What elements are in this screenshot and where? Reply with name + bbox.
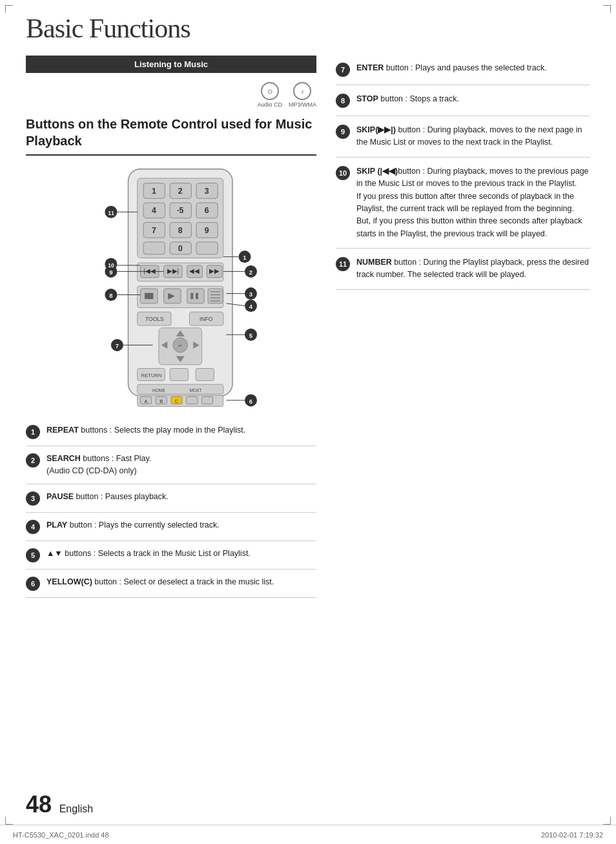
svg-text:4: 4 — [249, 303, 253, 310]
item-number: 9 — [336, 125, 350, 139]
item-text: REPEAT buttons : Selects the play mode i… — [46, 424, 316, 437]
svg-text:TOOLS: TOOLS — [145, 316, 164, 322]
page: Basic Functions Listening to Music ⊙ Aud… — [0, 0, 616, 844]
svg-text:▶▶: ▶▶ — [209, 267, 220, 274]
item-number: 11 — [336, 257, 350, 271]
svg-text:5: 5 — [249, 332, 253, 339]
main-content: Listening to Music ⊙ Audio CD ♪ MP3/WMA … — [26, 56, 590, 598]
item-number: 6 — [26, 577, 40, 591]
item-text: SKIP (|◀◀)button : During playback, move… — [356, 165, 590, 240]
svg-text:9: 9 — [205, 226, 209, 235]
svg-text:0: 0 — [178, 244, 183, 253]
svg-text:|◀◀: |◀◀ — [144, 267, 156, 274]
corner-mark-br — [603, 817, 611, 825]
item-number: 5 — [26, 548, 40, 562]
svg-text:HOME: HOME — [152, 388, 165, 393]
svg-rect-39 — [190, 293, 193, 300]
svg-text:2: 2 — [178, 187, 183, 196]
left-items-list: 1REPEAT buttons : Selects the play mode … — [26, 418, 316, 598]
svg-text:8: 8 — [109, 292, 112, 299]
corner-mark-tr — [603, 5, 611, 13]
item-text: YELLOW(C) button : Select or deselect a … — [46, 576, 316, 588]
svg-rect-40 — [196, 293, 198, 300]
remote-container: 1 2 3 4 ·5 6 — [26, 166, 316, 411]
svg-rect-23 — [196, 242, 218, 254]
item-text: STOP button : Stops a track. — [356, 93, 590, 105]
footer-right: 2010-02-01 7:19:32 — [541, 831, 603, 839]
svg-text:3: 3 — [249, 291, 252, 298]
section-header: Listening to Music — [26, 56, 316, 73]
svg-text:1: 1 — [243, 254, 247, 261]
item-text: PLAY button : Plays the currently select… — [46, 519, 316, 531]
list-item: 1REPEAT buttons : Selects the play mode … — [26, 418, 316, 446]
item-number: 7 — [336, 63, 350, 77]
item-text: NUMBER button : During the Playlist play… — [356, 256, 590, 282]
remote-svg: 1 2 3 4 ·5 6 — [68, 166, 274, 411]
list-item: 10SKIP (|◀◀)button : During playback, mo… — [336, 158, 590, 249]
right-column: 7ENTER button : Plays and pauses the sel… — [336, 56, 590, 598]
svg-rect-61 — [138, 384, 223, 394]
item-number: 1 — [26, 425, 40, 439]
list-item: 3PAUSE button : Pauses playback. — [26, 484, 316, 513]
footer: HT-C5530_XAC_0201.indd 48 2010-02-01 7:1… — [0, 825, 616, 844]
list-item: 2SEARCH buttons : Fast Play.(Audio CD (C… — [26, 446, 316, 484]
item-number: 2 — [26, 453, 40, 468]
item-number: 10 — [336, 166, 350, 180]
svg-text:11: 11 — [108, 210, 114, 216]
svg-text:C: C — [175, 398, 179, 404]
svg-rect-71 — [187, 396, 198, 404]
svg-text:10: 10 — [108, 262, 114, 269]
svg-rect-59 — [170, 369, 189, 381]
left-column: Listening to Music ⊙ Audio CD ♪ MP3/WMA … — [26, 56, 316, 598]
footer-left: HT-C5530_XAC_0201.indd 48 — [13, 831, 109, 839]
item-text: SEARCH buttons : Fast Play.(Audio CD (CD… — [46, 453, 316, 477]
svg-text:4: 4 — [152, 206, 156, 215]
icons-row: ⊙ Audio CD ♪ MP3/WMA — [26, 82, 316, 108]
svg-rect-20 — [143, 242, 165, 254]
svg-text:◀◀: ◀◀ — [189, 267, 200, 274]
svg-text:↵: ↵ — [178, 343, 183, 349]
page-title: Basic Functions — [26, 13, 590, 44]
list-item: 9SKIP(▶▶|) button : During playback, mov… — [336, 116, 590, 158]
right-items-list: 7ENTER button : Plays and pauses the sel… — [336, 62, 590, 290]
list-item: 7ENTER button : Plays and pauses the sel… — [336, 62, 590, 85]
mp3-icon: ♪ — [293, 82, 311, 100]
list-item: 8STOP button : Stops a track. — [336, 85, 590, 116]
corner-mark-tl — [5, 5, 13, 13]
svg-text:2: 2 — [249, 269, 252, 276]
sub-heading: Buttons on the Remote Control used for M… — [26, 116, 316, 156]
audio-cd-icon-badge: ⊙ Audio CD — [257, 82, 282, 108]
svg-rect-35 — [145, 293, 153, 300]
svg-text:1: 1 — [152, 187, 156, 196]
audio-cd-icon: ⊙ — [261, 82, 279, 100]
svg-text:B: B — [159, 398, 163, 404]
page-number-box: 48 English — [26, 791, 93, 818]
svg-text:3: 3 — [205, 187, 209, 196]
svg-text:6: 6 — [205, 206, 209, 215]
svg-text:RETURN: RETURN — [141, 373, 162, 378]
page-language: English — [59, 803, 93, 814]
list-item: 5▲▼ buttons : Selects a track in the Mus… — [26, 541, 316, 570]
svg-rect-60 — [196, 369, 214, 381]
svg-rect-72 — [202, 396, 213, 404]
list-item: 6YELLOW(C) button : Select or deselect a… — [26, 570, 316, 598]
item-text: PAUSE button : Pauses playback. — [46, 491, 316, 503]
item-text: ▲▼ buttons : Selects a track in the Musi… — [46, 548, 316, 560]
item-number: 4 — [26, 520, 40, 534]
svg-text:·5: ·5 — [177, 206, 183, 215]
audio-cd-label: Audio CD — [257, 101, 282, 108]
svg-text:6: 6 — [249, 398, 252, 405]
mp3-icon-badge: ♪ MP3/WMA — [289, 82, 316, 108]
svg-text:▶▶|: ▶▶| — [167, 267, 179, 274]
svg-text:8: 8 — [178, 226, 183, 235]
page-number: 48 — [26, 791, 52, 818]
list-item: 11NUMBER button : During the Playlist pl… — [336, 249, 590, 290]
item-number: 3 — [26, 491, 40, 506]
svg-text:7: 7 — [116, 342, 119, 349]
mp3-label: MP3/WMA — [289, 101, 316, 108]
list-item: 4PLAY button : Plays the currently selec… — [26, 513, 316, 541]
svg-text:7: 7 — [152, 226, 156, 235]
item-text: ENTER button : Plays and pauses the sele… — [356, 62, 590, 74]
corner-mark-bl — [5, 817, 13, 825]
svg-text:INFO: INFO — [200, 316, 213, 322]
